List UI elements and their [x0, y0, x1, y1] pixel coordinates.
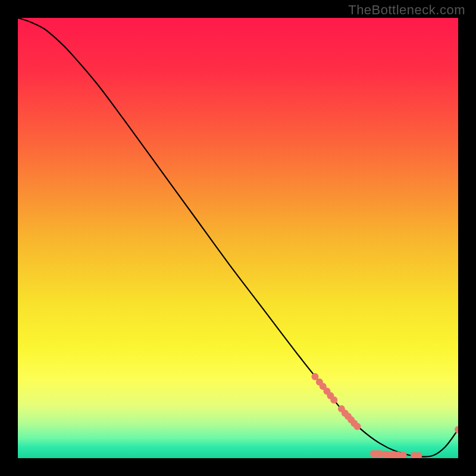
watermark-text: TheBottleneck.com [348, 2, 465, 18]
gradient-background [18, 18, 458, 458]
chart-stage: TheBottleneck.com [0, 0, 476, 476]
svg-rect-0 [18, 18, 458, 458]
plot-area [18, 18, 458, 458]
